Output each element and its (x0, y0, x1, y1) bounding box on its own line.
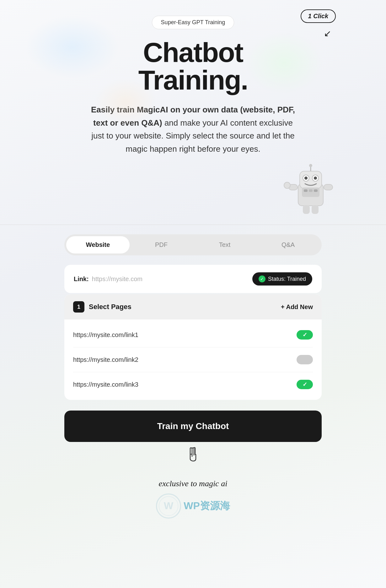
link-section: Link: https://mysite.com ✓ Status: Train… (64, 265, 322, 293)
svg-point-7 (309, 164, 312, 167)
svg-rect-13 (324, 184, 333, 190)
top-section: Super-Easy GPT Training 1 Click ↙ (0, 0, 386, 29)
pages-header: 1 Select Pages + Add New (64, 294, 322, 319)
svg-point-14 (284, 182, 290, 188)
link-url-value: https://mysite.com (92, 275, 142, 283)
page-title: Chatbot Training. (89, 39, 297, 94)
svg-rect-10 (309, 189, 313, 192)
check-icon-1: ✓ (303, 331, 307, 338)
hand-cursor-icon (185, 446, 201, 465)
tab-website[interactable]: Website (66, 236, 130, 253)
main-card: Website PDF Text Q&A Link: https://mysit… (64, 234, 322, 466)
svg-point-5 (314, 177, 317, 180)
robot-area (0, 155, 386, 218)
toggle-link1[interactable]: ✓ (297, 330, 313, 340)
link-label: Link: (74, 275, 89, 283)
status-badge: ✓ Status: Trained (252, 272, 312, 286)
check-icon-3: ✓ (303, 381, 307, 388)
watermark-area: W WP资源海 (156, 493, 230, 519)
page-item-1: https://mysite.com/link1 ✓ (73, 323, 313, 347)
cursor-hand-area (64, 446, 322, 466)
page-wrapper: Super-Easy GPT Training 1 Click ↙ Chatbo… (0, 0, 386, 588)
tab-pdf[interactable]: PDF (130, 236, 193, 253)
svg-rect-11 (314, 189, 318, 192)
status-check-icon: ✓ (259, 275, 265, 282)
toggle-link2[interactable] (297, 355, 313, 364)
super-easy-badge: Super-Easy GPT Training (152, 16, 234, 29)
one-click-badge: 1 Click (301, 9, 336, 23)
page-item-3: https://mysite.com/link3 ✓ (73, 372, 313, 397)
page-url-1: https://mysite.com/link1 (73, 331, 138, 339)
add-new-button[interactable]: + Add New (281, 303, 313, 311)
page-url-2: https://mysite.com/link2 (73, 356, 138, 363)
tab-text[interactable]: Text (193, 236, 256, 253)
watermark-text: WP资源海 (184, 499, 230, 513)
tabs-container: Website PDF Text Q&A (64, 234, 322, 255)
robot-illustration (279, 155, 342, 218)
hero-section: Chatbot Training. Easily train MagicAI o… (52, 29, 334, 162)
cursor-icon: ↙ (324, 28, 331, 39)
link-label-group: Link: https://mysite.com (74, 275, 142, 283)
section-divider (0, 225, 386, 225)
svg-rect-9 (304, 189, 308, 192)
pages-title: Select Pages (89, 303, 131, 311)
footer-tagline: exclusive to magic ai (156, 479, 230, 488)
svg-point-4 (304, 177, 308, 180)
svg-rect-16 (312, 205, 319, 214)
toggle-link3[interactable]: ✓ (297, 380, 313, 389)
footer-section: exclusive to magic ai W WP资源海 (156, 479, 230, 531)
svg-rect-15 (303, 205, 310, 214)
tab-qa[interactable]: Q&A (256, 236, 320, 253)
add-new-label: + Add New (281, 303, 313, 311)
pages-section: 1 Select Pages + Add New https://mysite.… (64, 294, 322, 400)
wp-logo-icon: W (156, 493, 181, 519)
pages-header-left: 1 Select Pages (73, 301, 131, 313)
svg-text:W: W (164, 500, 174, 511)
pages-count-badge: 1 (73, 301, 84, 313)
page-url-3: https://mysite.com/link3 (73, 381, 138, 388)
page-list: https://mysite.com/link1 ✓ https://mysit… (64, 319, 322, 400)
svg-rect-8 (302, 188, 319, 197)
status-label: Status: Trained (268, 276, 306, 282)
train-chatbot-button[interactable]: Train my Chatbot (64, 411, 322, 442)
page-item-2: https://mysite.com/link2 (73, 347, 313, 372)
hero-subtitle: Easily train MagicAI on your own data (w… (89, 103, 297, 155)
